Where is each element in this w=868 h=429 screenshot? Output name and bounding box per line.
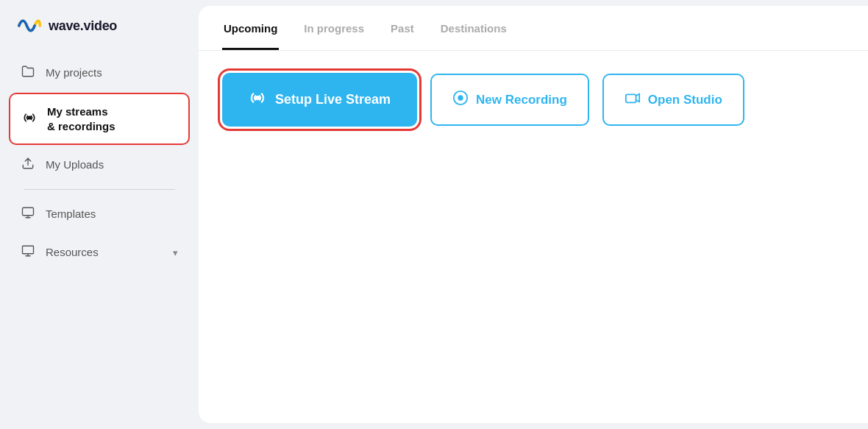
sidebar-item-my-projects[interactable]: My projects [9,54,190,91]
folder-icon [21,65,35,81]
main-content: Upcoming In progress Past Destinations S… [199,6,868,423]
tab-upcoming[interactable]: Upcoming [222,6,279,50]
tab-destinations[interactable]: Destinations [439,6,508,50]
actions-area: Setup Live Stream New Recording Open Stu… [199,51,868,149]
logo-text: wave.video [49,18,117,34]
sidebar-item-label-resources: Resources [46,245,99,260]
sidebar-item-resources[interactable]: Resources ▾ [9,234,190,271]
chevron-down-icon: ▾ [173,247,178,258]
sidebar-item-my-uploads[interactable]: My Uploads [9,146,190,183]
tab-in-progress[interactable]: In progress [302,6,366,50]
sidebar-nav: My projects My streams& recordings [0,49,199,429]
open-studio-label: Open Studio [648,93,722,107]
sidebar-item-my-streams[interactable]: My streams& recordings [9,93,190,145]
sidebar-item-label-templates: Templates [46,207,96,221]
record-btn-icon [452,90,469,110]
live-stream-icon [22,110,37,128]
upload-icon [21,157,35,173]
setup-live-stream-button[interactable]: Setup Live Stream [222,73,417,127]
svg-rect-3 [23,246,34,254]
logo-icon [18,16,41,35]
new-recording-button[interactable]: New Recording [430,74,589,126]
studio-btn-icon [625,90,641,110]
open-studio-button[interactable]: Open Studio [602,74,744,126]
templates-icon [21,206,35,222]
svg-rect-9 [626,94,636,102]
setup-live-stream-label: Setup Live Stream [275,92,391,107]
sidebar: wave.video My projects My [0,0,199,429]
sidebar-divider [24,189,175,190]
svg-rect-2 [23,208,34,216]
live-stream-btn-icon [249,89,266,110]
sidebar-item-templates[interactable]: Templates [9,196,190,233]
sidebar-item-label-my-uploads: My Uploads [46,157,104,172]
logo-area: wave.video [0,0,199,49]
svg-point-8 [458,95,463,100]
tabs-bar: Upcoming In progress Past Destinations [199,6,868,51]
sidebar-item-label-my-streams: My streams& recordings [47,104,115,133]
new-recording-label: New Recording [476,93,567,107]
tab-past[interactable]: Past [389,6,416,50]
resources-icon [21,244,35,260]
sidebar-item-label-my-projects: My projects [46,65,102,80]
